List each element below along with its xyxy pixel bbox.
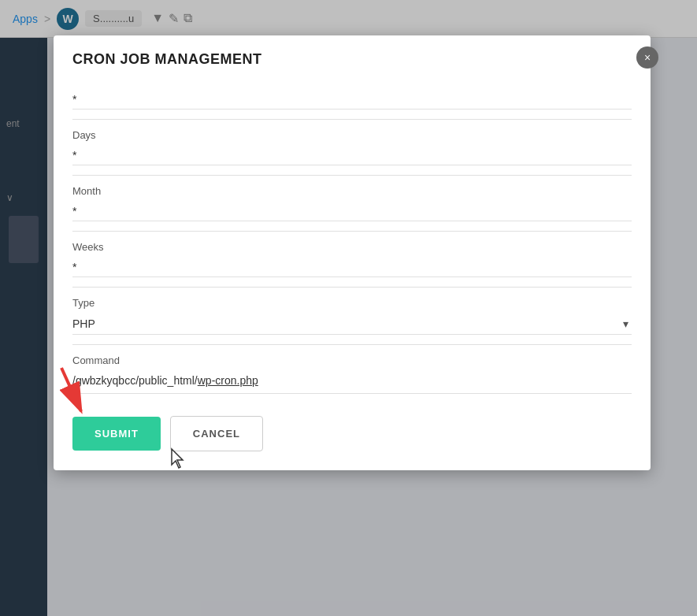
- cursor-svg: [170, 447, 186, 469]
- modal-title: CRON JOB MANAGEMENT: [72, 51, 632, 68]
- command-underlined-text: wp-cron.php: [198, 374, 258, 387]
- month-field-group: Month: [72, 176, 632, 232]
- cancel-button[interactable]: CANCEL: [170, 416, 263, 451]
- command-value: /gwbzkyqbcc/public_html/wp-cron.php: [72, 371, 632, 390]
- weeks-field-group: Weeks: [72, 232, 632, 288]
- arrow-indicator: [54, 360, 109, 434]
- type-field-group: Type PHP Bash URL ▾: [72, 288, 632, 345]
- weeks-label: Weeks: [72, 241, 632, 253]
- month-input[interactable]: [72, 202, 632, 221]
- close-button[interactable]: ×: [636, 46, 658, 69]
- days-input[interactable]: [72, 146, 632, 165]
- type-select[interactable]: PHP Bash URL: [72, 317, 632, 330]
- command-label: Command: [72, 354, 632, 366]
- type-label: Type: [72, 297, 632, 309]
- command-field-group: Command /gwbzkyqbcc/public_html/wp-cron.…: [72, 345, 632, 403]
- modal-header: CRON JOB MANAGEMENT: [54, 35, 651, 80]
- month-label: Month: [72, 185, 632, 197]
- cron-job-modal: CRON JOB MANAGEMENT Days Month Weeks: [54, 35, 651, 470]
- type-select-wrapper: PHP Bash URL ▾: [72, 314, 632, 335]
- svg-marker-2: [172, 449, 183, 468]
- weeks-input[interactable]: [72, 258, 632, 277]
- days-field-group: Days: [72, 120, 632, 176]
- first-field-group: [72, 80, 632, 120]
- days-label: Days: [72, 129, 632, 141]
- cursor-indicator: [170, 447, 186, 470]
- modal-footer: SUBMIT CANCEL: [54, 403, 651, 470]
- modal-body[interactable]: Days Month Weeks Type PHP Bash: [54, 80, 651, 403]
- red-arrow-svg: [54, 360, 109, 431]
- svg-line-1: [61, 368, 81, 411]
- close-icon: ×: [644, 51, 651, 64]
- modal-wrapper: × CRON JOB MANAGEMENT Days Month: [54, 35, 651, 470]
- first-field-input[interactable]: [72, 90, 632, 109]
